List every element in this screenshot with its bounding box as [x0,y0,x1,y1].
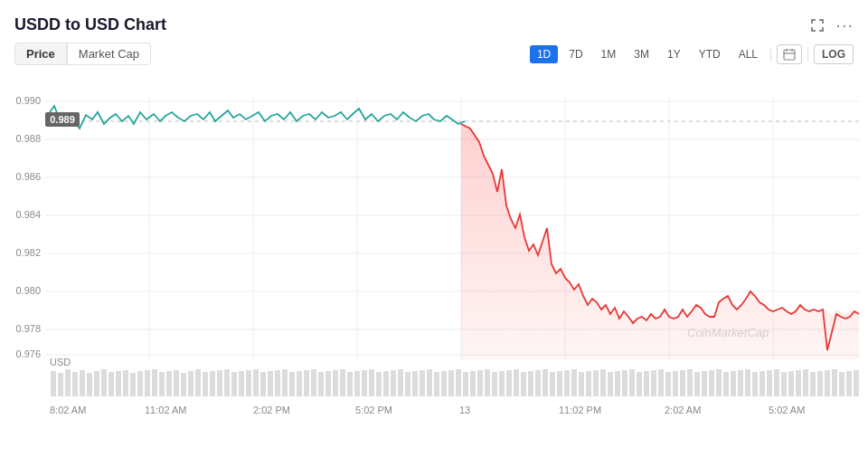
svg-rect-146 [832,369,837,396]
price-tab[interactable]: Price [14,43,67,65]
expand-icon[interactable] [810,18,825,33]
svg-text:5:02 PM: 5:02 PM [355,405,392,415]
svg-rect-142 [803,369,808,396]
svg-rect-89 [420,370,425,396]
svg-text:CoinMarketCap: CoinMarketCap [687,326,769,339]
svg-rect-1 [811,19,813,24]
svg-rect-131 [723,372,729,396]
svg-rect-56 [181,373,186,396]
svg-rect-111 [579,372,584,396]
svg-rect-109 [564,370,570,396]
svg-rect-92 [441,371,447,396]
svg-rect-87 [405,372,410,396]
calendar-icon[interactable] [777,44,802,64]
svg-text:0.989: 0.989 [50,114,75,125]
time-btn-7d[interactable]: 7D [561,45,590,63]
svg-rect-105 [535,370,541,396]
svg-rect-46 [108,372,114,396]
svg-rect-93 [448,370,454,396]
svg-rect-147 [839,372,844,396]
svg-text:0.990: 0.990 [15,95,41,106]
svg-rect-88 [412,371,418,396]
svg-rect-64 [239,371,244,396]
time-btn-1y[interactable]: 1Y [660,45,688,63]
svg-rect-121 [651,370,656,396]
svg-text:2:02 PM: 2:02 PM [253,405,290,415]
svg-rect-39 [58,373,63,396]
svg-rect-115 [608,372,613,396]
svg-rect-113 [593,370,599,396]
svg-rect-58 [195,369,201,396]
svg-rect-106 [542,369,548,396]
svg-rect-118 [629,369,635,396]
header-icons: ··· [810,14,854,35]
tab-group: Price Market Cap [14,43,151,65]
svg-rect-55 [174,370,179,396]
svg-text:2:02 AM: 2:02 AM [665,405,701,415]
time-btn-all[interactable]: ALL [731,45,765,63]
svg-rect-133 [738,370,743,396]
svg-text:0.976: 0.976 [15,348,41,359]
main-chart-svg: 0.990 0.988 0.986 0.984 0.982 0.980 0.97… [0,74,868,418]
svg-rect-41 [72,372,78,396]
svg-rect-98 [485,369,490,396]
svg-rect-62 [224,369,230,396]
svg-rect-72 [297,371,302,396]
svg-rect-83 [376,372,382,396]
svg-rect-78 [340,369,345,396]
svg-rect-125 [680,370,685,396]
svg-rect-94 [456,369,461,396]
svg-rect-52 [152,369,157,396]
svg-rect-97 [477,370,483,396]
svg-rect-110 [571,369,577,396]
svg-rect-86 [398,369,403,396]
svg-rect-69 [275,370,280,396]
log-button[interactable]: LOG [814,44,854,64]
time-controls: 1D 7D 1M 3M 1Y YTD ALL LOG [530,44,854,64]
svg-rect-84 [383,371,389,396]
svg-rect-120 [644,371,649,396]
chart-container: USDD to USD Chart ··· Price Market Ca [0,0,868,467]
svg-rect-123 [665,372,671,396]
svg-rect-130 [716,369,722,396]
svg-rect-53 [159,372,165,396]
svg-rect-129 [709,370,714,396]
svg-rect-44 [94,371,99,396]
svg-rect-140 [788,371,794,396]
svg-rect-91 [434,372,439,396]
svg-rect-43 [87,373,92,396]
svg-rect-76 [326,371,331,396]
more-icon[interactable]: ··· [835,14,854,35]
svg-rect-108 [557,371,562,396]
svg-text:11:02 PM: 11:02 PM [559,405,601,415]
time-btn-ytd[interactable]: YTD [692,45,728,63]
svg-rect-7 [822,27,824,32]
svg-rect-49 [130,373,136,396]
svg-rect-60 [210,371,215,396]
svg-rect-65 [246,370,251,396]
svg-rect-90 [427,369,432,396]
svg-rect-73 [304,370,309,396]
svg-rect-112 [586,371,591,396]
svg-rect-143 [810,372,816,396]
svg-rect-70 [282,369,288,396]
svg-text:0.978: 0.978 [15,323,41,334]
svg-rect-119 [637,372,642,396]
svg-text:0.982: 0.982 [15,247,41,258]
time-btn-3m[interactable]: 3M [627,45,656,63]
svg-rect-77 [333,370,338,396]
time-btn-1m[interactable]: 1M [594,45,624,63]
svg-rect-100 [499,371,505,396]
header-row: USDD to USD Chart ··· [0,14,868,43]
svg-rect-3 [822,19,824,24]
svg-text:0.988: 0.988 [15,133,41,144]
svg-rect-80 [354,371,360,396]
svg-rect-134 [745,369,750,396]
svg-text:5:02 AM: 5:02 AM [769,405,805,415]
svg-rect-141 [796,370,801,396]
svg-rect-66 [253,369,259,396]
svg-rect-144 [817,371,823,396]
svg-rect-145 [825,370,830,396]
time-btn-1d[interactable]: 1D [530,45,558,63]
marketcap-tab[interactable]: Market Cap [67,43,151,65]
